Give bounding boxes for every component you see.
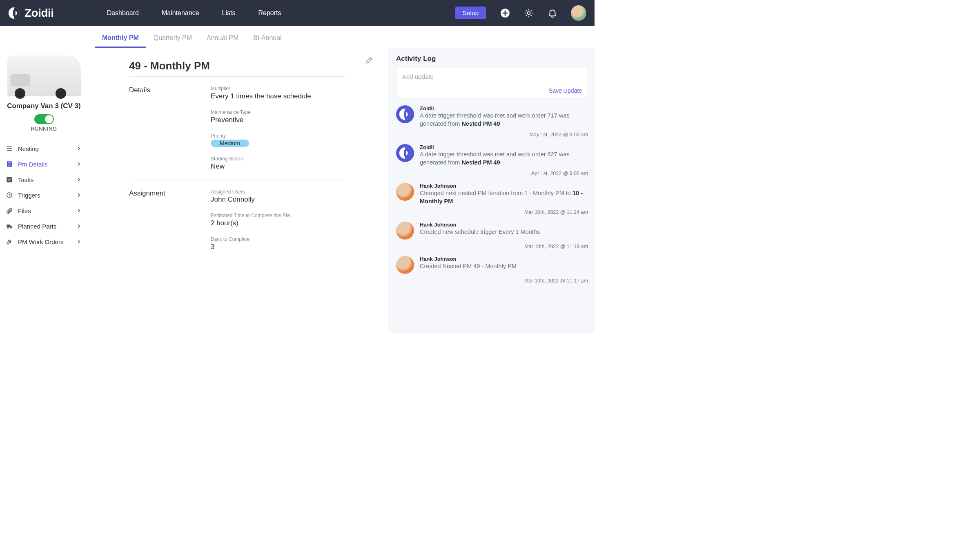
tab-bi-annual[interactable]: Bi-Annual: [246, 34, 289, 48]
chevron-right-icon: [76, 176, 82, 183]
nav-lists[interactable]: Lists: [222, 9, 236, 17]
page-title: 49 - Monthly PM: [129, 60, 368, 72]
field-value: Every 1 times the base schedule: [211, 92, 368, 100]
content-panel: 49 - Monthly PM Details Multiplier Every…: [88, 48, 388, 333]
log-author: Zoidii: [420, 144, 588, 150]
bell-icon[interactable]: [547, 8, 558, 18]
log-avatar: [396, 256, 414, 274]
details-section: Details Multiplier Every 1 times the bas…: [129, 86, 368, 171]
divider: [129, 76, 345, 77]
running-label: RUNNING: [31, 126, 57, 132]
field-label: Assigned Users: [211, 189, 368, 195]
edit-icon[interactable]: [365, 56, 374, 64]
wrench-icon: [6, 238, 13, 245]
brand-name: Zoidii: [24, 7, 54, 20]
setup-button[interactable]: Setup: [455, 7, 486, 19]
svg-rect-15: [404, 150, 406, 156]
divider: [129, 180, 345, 180]
log-item: Hank JohnsonCreated Nested PM 49 - Month…: [396, 254, 588, 276]
field-value: Preventive: [211, 116, 368, 124]
menu-label: Tasks: [18, 176, 33, 183]
log-author: Hank Johnson: [420, 183, 588, 189]
field-value: 3: [211, 243, 368, 251]
nav-maintenance[interactable]: Maintenance: [162, 9, 199, 17]
log-text: Changed next nested PM iteration from 1 …: [420, 189, 588, 205]
log-text: A date trigger threshold was met and wor…: [420, 151, 588, 167]
log-item: Hank JohnsonChanged next nested PM itera…: [396, 181, 588, 208]
list-icon: [6, 145, 13, 152]
menu-label: Planned Parts: [18, 223, 56, 230]
svg-rect-1: [13, 10, 16, 16]
sidebar-menu: Nesting Pm Details Tasks Triggers Files: [0, 138, 88, 249]
gear-icon[interactable]: [523, 8, 534, 18]
log-time: Mar 10th, 2022 @ 11:24 am: [396, 209, 588, 215]
log-text: Created Nested PM 49 - Monthly PM: [420, 262, 588, 271]
log-avatar: [396, 222, 414, 240]
menu-planned-parts[interactable]: Planned Parts: [0, 218, 88, 234]
log-time: Mar 10th, 2022 @ 11:17 am: [396, 278, 588, 284]
add-update-box: Save Update: [396, 68, 588, 98]
assignment-heading: Assignment: [129, 189, 203, 251]
tab-annual-pm[interactable]: Annual PM: [199, 34, 246, 48]
activity-panel: Activity Log Save Update ZoidiiA date tr…: [388, 48, 595, 333]
field-label: Maintenance Type: [211, 109, 368, 115]
field-starting-status: Starting Status New: [211, 156, 368, 171]
log-text: Created new schedule trigger Every 1 Mon…: [420, 228, 588, 236]
field-label: Multiplier: [211, 86, 368, 91]
field-maintenance-type: Maintenance Type Preventive: [211, 109, 368, 124]
asset-image: [0, 48, 88, 100]
field-days-to-complete: Days to Complete 3: [211, 236, 368, 251]
field-multiplier: Multiplier Every 1 times the base schedu…: [211, 86, 368, 100]
add-update-input[interactable]: [402, 73, 582, 80]
add-icon[interactable]: [500, 8, 510, 18]
chevron-right-icon: [76, 223, 82, 229]
menu-label: Files: [18, 207, 31, 214]
log-item: ZoidiiA date trigger threshold was met a…: [396, 142, 588, 169]
chevron-right-icon: [76, 207, 82, 214]
log-time: May 1st, 2022 @ 9:00 am: [396, 132, 588, 138]
brand-mark-icon: [8, 7, 20, 19]
nav-reports[interactable]: Reports: [258, 9, 281, 17]
top-nav: Dashboard Maintenance Lists Reports: [107, 9, 281, 17]
tab-quarterly-pm[interactable]: Quarterly PM: [146, 34, 199, 48]
chevron-right-icon: [76, 145, 82, 152]
svg-point-10: [7, 227, 9, 228]
menu-pm-details[interactable]: Pm Details: [0, 156, 88, 172]
app-header: Zoidii Dashboard Maintenance Lists Repor…: [0, 0, 595, 26]
log-author: Zoidii: [420, 105, 588, 111]
menu-pm-work-orders[interactable]: PM Work Orders: [0, 234, 88, 249]
svg-point-3: [528, 11, 530, 14]
field-label: Starting Status: [211, 156, 368, 162]
svg-rect-6: [8, 164, 11, 164]
nav-dashboard[interactable]: Dashboard: [107, 9, 139, 17]
menu-nesting[interactable]: Nesting: [0, 141, 88, 156]
log-avatar: [396, 105, 414, 123]
svg-rect-5: [8, 162, 11, 163]
running-toggle[interactable]: [34, 114, 54, 124]
clip-icon: [6, 207, 13, 214]
svg-rect-13: [404, 111, 406, 118]
activity-log-list: ZoidiiA date trigger threshold was met a…: [396, 104, 588, 289]
tab-monthly-pm[interactable]: Monthly PM: [95, 34, 146, 48]
svg-point-11: [10, 227, 11, 228]
field-label: Estimated Time to Complete this PM: [211, 213, 368, 218]
field-priority: Priority Medium: [211, 133, 368, 147]
main-layout: Company Van 3 (CV 3) RUNNING Nesting Pm …: [0, 48, 595, 333]
user-avatar[interactable]: [571, 5, 586, 21]
menu-files[interactable]: Files: [0, 203, 88, 218]
save-update-link[interactable]: Save Update: [549, 87, 582, 94]
brand-logo: Zoidii: [8, 7, 54, 20]
pm-tabs: Monthly PM Quarterly PM Annual PM Bi-Ann…: [0, 26, 595, 48]
header-actions: [500, 5, 586, 21]
clock-icon: [6, 191, 13, 199]
log-item: Hank JohnsonCreated new schedule trigger…: [396, 220, 588, 242]
menu-tasks[interactable]: Tasks: [0, 172, 88, 187]
field-assigned-users: Assigned Users John Connolly: [211, 189, 368, 204]
field-label: Days to Complete: [211, 236, 368, 242]
assignment-section: Assignment Assigned Users John Connolly …: [129, 189, 368, 251]
sidebar: Company Van 3 (CV 3) RUNNING Nesting Pm …: [0, 48, 88, 333]
menu-triggers[interactable]: Triggers: [0, 187, 88, 203]
menu-label: PM Work Orders: [18, 238, 63, 245]
menu-label: Pm Details: [18, 161, 48, 168]
log-author: Hank Johnson: [420, 222, 588, 228]
